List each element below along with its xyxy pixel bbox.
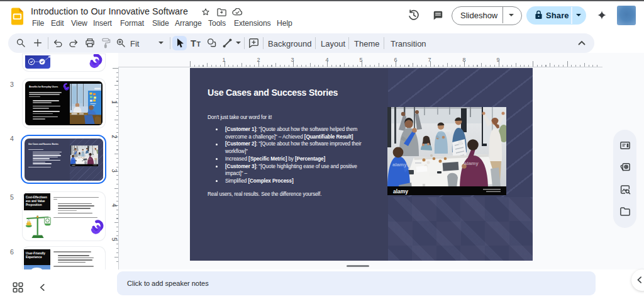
svg-text:T: T xyxy=(191,38,196,48)
svg-text:T: T xyxy=(197,40,201,48)
